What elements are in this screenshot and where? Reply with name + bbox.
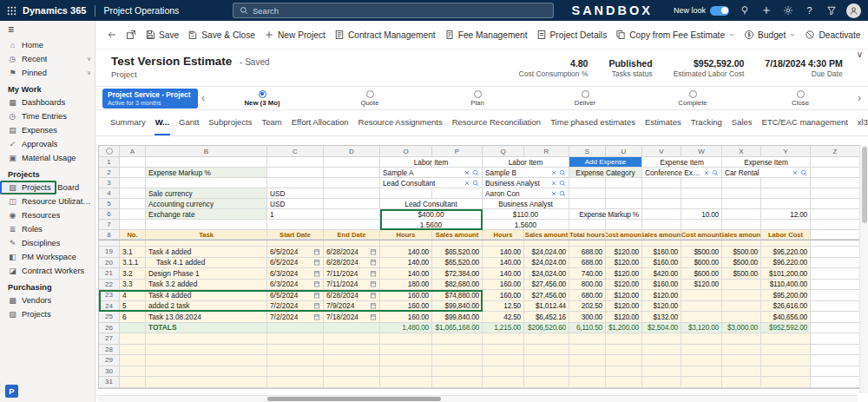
bpf-stage-plan[interactable]: Plan bbox=[424, 90, 531, 107]
cell-W-19[interactable]: $500.00 bbox=[681, 247, 722, 258]
cell-B-25[interactable]: Task 13.08.2024 bbox=[146, 312, 267, 323]
row-header-26[interactable]: 26 bbox=[99, 323, 120, 334]
cell-Y-19[interactable]: $95,220.00 bbox=[761, 247, 811, 258]
tab-tracking[interactable]: Tracking bbox=[690, 110, 723, 135]
cell-Y-6[interactable]: 12.00 bbox=[761, 209, 811, 220]
cell-R-26[interactable]: $206,520.60 bbox=[524, 323, 569, 334]
cell-Q-22[interactable]: 160.00 bbox=[483, 280, 524, 291]
cell-B-5[interactable]: Accounting currency bbox=[146, 199, 267, 209]
cell-A-25[interactable]: 6 bbox=[120, 312, 146, 323]
cell-V-8[interactable]: Sales amount bbox=[642, 230, 681, 240]
fee-management-button[interactable]: Fee Management bbox=[440, 26, 532, 43]
cell-D-8[interactable]: End Date bbox=[324, 230, 380, 240]
column-header-Q[interactable]: Q bbox=[483, 146, 524, 157]
cell-W-22[interactable]: $120.00 bbox=[681, 280, 722, 291]
tab-time-phased-estimates[interactable]: Time phased estimates bbox=[549, 110, 636, 135]
search-input[interactable]: Search bbox=[233, 3, 554, 18]
sidebar-item-pm-workspace[interactable]: ◧ PM Workspace bbox=[0, 250, 95, 264]
bpf-stage-new[interactable]: New (3 Mo) bbox=[208, 90, 316, 107]
sidebar-item-resources[interactable]: ◉ Resources bbox=[0, 208, 95, 222]
cell-A-24[interactable]: 5 bbox=[120, 301, 146, 313]
app-name[interactable]: Project Operations bbox=[103, 5, 179, 16]
cell-X-26[interactable]: $3,000.00 bbox=[722, 323, 761, 334]
date-cell-D-21[interactable]: 7/11/2024 bbox=[324, 268, 380, 280]
stage-circle-icon[interactable] bbox=[689, 90, 697, 98]
date-cell-C-19[interactable]: 6/5/2024 bbox=[267, 247, 324, 258]
new-look-toggle[interactable] bbox=[710, 6, 729, 16]
tab-sales[interactable]: Sales bbox=[731, 110, 753, 135]
cell-S-25[interactable]: 300.00 bbox=[569, 312, 606, 323]
lookup-icons[interactable] bbox=[464, 169, 479, 176]
cell-V-23[interactable]: $120.00 bbox=[642, 290, 681, 301]
settings-gear-icon[interactable] bbox=[781, 4, 794, 17]
column-header-B[interactable]: B bbox=[146, 146, 267, 157]
save-button[interactable]: Save bbox=[141, 26, 183, 43]
cell-O-19[interactable]: 140.00 bbox=[380, 247, 432, 258]
row-header-24[interactable]: 24 bbox=[99, 301, 120, 313]
lookup-cell-O-3[interactable]: Lead Consultant bbox=[380, 178, 483, 188]
cell-C-4[interactable]: USD bbox=[267, 188, 324, 199]
date-cell-D-24[interactable]: 7/9/2024 bbox=[324, 301, 380, 313]
date-cell-D-22[interactable]: 7/11/2024 bbox=[324, 280, 380, 291]
cell-R-22[interactable]: $27,456.00 bbox=[524, 280, 569, 291]
cell-W-21[interactable]: $600.00 bbox=[681, 268, 722, 280]
sidebar-item-expenses[interactable]: ▤ Expenses bbox=[0, 123, 95, 137]
cell-Q-20[interactable]: 140.00 bbox=[483, 258, 524, 269]
cell-V-22[interactable]: $160.00 bbox=[642, 280, 681, 291]
help-icon[interactable]: ? bbox=[803, 4, 816, 17]
cell-Q-5[interactable]: Business Analyst bbox=[483, 199, 569, 209]
row-header-1[interactable]: 1 bbox=[99, 157, 120, 168]
lookup-icons[interactable] bbox=[550, 169, 566, 176]
lookup-icons[interactable] bbox=[550, 180, 566, 187]
copy-from-fee-estimate-button[interactable]: Copy from Fee Estimate bbox=[611, 26, 740, 43]
column-header-R[interactable]: R bbox=[524, 146, 569, 157]
cell-R-23[interactable]: $27,456.00 bbox=[524, 290, 569, 301]
app-launcher-icon[interactable] bbox=[0, 0, 23, 21]
tab-gantt[interactable]: Gantt bbox=[178, 110, 200, 135]
cell-S-2[interactable]: Expense Category bbox=[569, 168, 642, 178]
tab-w-[interactable]: W... bbox=[155, 110, 170, 135]
cell-V-26[interactable]: $2,504.00 bbox=[642, 323, 681, 334]
cell-O-21[interactable]: 140.00 bbox=[380, 268, 432, 280]
lookup-cell-Q-4[interactable]: Aaron Con bbox=[483, 188, 569, 199]
stage-circle-icon[interactable] bbox=[366, 90, 374, 98]
cell-O-22[interactable]: 180.00 bbox=[380, 280, 432, 291]
tab-summary[interactable]: Summary bbox=[109, 110, 147, 135]
cell-Q-6[interactable]: $110.00 bbox=[483, 209, 569, 220]
lookup-cell-X-2[interactable]: Car Rental bbox=[722, 168, 811, 178]
stage-circle-icon[interactable] bbox=[474, 90, 482, 98]
vertical-scrollbar[interactable] bbox=[859, 145, 868, 393]
cell-O-6[interactable]: $400.00 bbox=[380, 209, 483, 220]
save-and-close-button[interactable]: Save & Close bbox=[183, 26, 260, 43]
cell-R-8[interactable]: Sales amount bbox=[524, 230, 569, 240]
cell-Q-21[interactable]: 140.00 bbox=[483, 268, 524, 280]
cell-S-19[interactable]: 688.00 bbox=[569, 247, 606, 258]
cell-P-21[interactable]: $72,384.00 bbox=[432, 268, 483, 280]
sidebar-item-projects[interactable]: ▨ Projects bbox=[0, 307, 95, 321]
lookup-cell-Q-2[interactable]: Sample B bbox=[483, 168, 569, 178]
cell-U-23[interactable]: $120.00 bbox=[606, 290, 642, 301]
column-header-O[interactable]: O bbox=[380, 146, 432, 157]
budget-button[interactable]: Budget bbox=[740, 26, 800, 43]
column-header-S[interactable]: S bbox=[569, 146, 606, 157]
sidebar-item-recent[interactable]: ◷ Recent∨ bbox=[0, 52, 95, 66]
column-header-U[interactable]: U bbox=[606, 146, 642, 157]
header-collapse-chevron-icon[interactable]: ∨ bbox=[852, 49, 868, 86]
vertical-scrollbar-thumb[interactable] bbox=[862, 147, 867, 223]
lookup-cell-O-2[interactable]: Sample A bbox=[380, 168, 483, 178]
cell-R-25[interactable]: $6,452.16 bbox=[524, 312, 569, 323]
cell-O-7[interactable]: 1.5600 bbox=[380, 220, 483, 230]
date-cell-D-25[interactable]: 7/18/2024 bbox=[324, 312, 380, 323]
cell-P-23[interactable]: $74,880.00 bbox=[432, 290, 483, 301]
date-cell-D-19[interactable]: 6/28/2024 bbox=[324, 247, 380, 258]
cell-A-19[interactable]: 3.1 bbox=[120, 247, 146, 258]
tab-effort-allocation[interactable]: Effort Allocation bbox=[291, 110, 350, 135]
stage-circle-icon[interactable] bbox=[582, 90, 589, 98]
cell-Q-26[interactable]: 1,215.00 bbox=[483, 323, 524, 334]
contract-management-button[interactable]: Contract Management bbox=[330, 26, 440, 43]
date-cell-C-20[interactable]: 6/5/2024 bbox=[267, 258, 324, 269]
chevron-down-icon[interactable]: ∨ bbox=[87, 56, 91, 63]
date-cell-C-21[interactable]: 6/3/2024 bbox=[267, 268, 324, 280]
cell-V-25[interactable]: $132.00 bbox=[642, 312, 681, 323]
hamburger-menu-icon[interactable]: ≡ bbox=[0, 21, 95, 38]
